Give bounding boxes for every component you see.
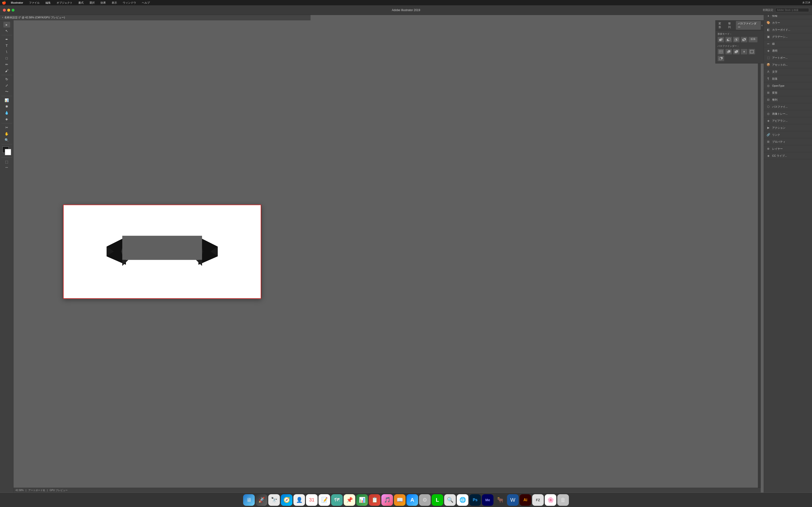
- graph-tool[interactable]: 📊: [3, 97, 10, 103]
- maximize-button[interactable]: [12, 9, 14, 12]
- rect-tool[interactable]: □: [3, 55, 10, 61]
- left-toolbar: ▸ ↖ ✒ T \ □ ✏ 🖌 ↻ ⤢ 〜 📊 ✱ 💧 ◈ ✂ ✋ 🔍 ⬚ ••…: [0, 20, 13, 253]
- ribbon-svg: [107, 232, 218, 254]
- ribbon-container: [107, 232, 218, 254]
- zoom-tool[interactable]: 🔍: [3, 137, 10, 143]
- tab-label: 名称未設定-1* @ 42.58% (CMYK/GPU プレビュー): [4, 16, 65, 19]
- menu-format[interactable]: 書式: [77, 1, 85, 5]
- apple-menu[interactable]: 🍎: [2, 1, 6, 5]
- artboard-container: [63, 205, 261, 254]
- tool-separator-2: [1, 75, 12, 75]
- hand-tool[interactable]: ✋: [3, 131, 10, 137]
- banner-rect: [122, 236, 202, 254]
- color-boxes[interactable]: [2, 147, 11, 155]
- tab-close-button[interactable]: ×: [2, 16, 3, 19]
- menu-effect[interactable]: 効果: [100, 1, 107, 5]
- brush-tool[interactable]: 🖌: [3, 68, 10, 74]
- tool-separator-4: [1, 123, 12, 123]
- menubar: 🍎 Illustrator ファイル 編集 オブジェクト 書式 選択 効果 表示…: [0, 0, 406, 5]
- artboard-tool[interactable]: ⬚: [3, 159, 10, 165]
- tool-separator-5: [1, 144, 12, 145]
- canvas-area[interactable]: [13, 20, 311, 253]
- scissors-tool[interactable]: ✂: [3, 125, 10, 130]
- menu-illustrator[interactable]: Illustrator: [10, 1, 24, 4]
- line-tool[interactable]: \: [3, 49, 10, 55]
- eyedropper-tool[interactable]: 💧: [3, 110, 10, 116]
- menu-edit[interactable]: 編集: [45, 1, 52, 5]
- menu-select[interactable]: 選択: [89, 1, 96, 5]
- select-tool[interactable]: ▸: [3, 22, 10, 27]
- traffic-lights: [3, 9, 14, 12]
- tab-bar: × 名称未設定-1* @ 42.58% (CMYK/GPU プレビュー): [0, 15, 311, 20]
- symbol-tool[interactable]: ✱: [3, 104, 10, 109]
- type-tool[interactable]: T: [3, 43, 10, 49]
- background-color[interactable]: [5, 149, 11, 155]
- pencil-tool[interactable]: ✏: [3, 62, 10, 67]
- more-tools[interactable]: •••: [3, 165, 10, 170]
- artboard[interactable]: [63, 205, 261, 254]
- app-title: Adobe Illustrator 2019: [392, 8, 406, 12]
- blend-tool[interactable]: ◈: [3, 116, 10, 122]
- minimize-button[interactable]: [7, 9, 10, 12]
- tool-separator-1: [1, 35, 12, 35]
- pen-tool[interactable]: ✒: [3, 37, 10, 42]
- close-button[interactable]: [3, 9, 6, 12]
- menu-window[interactable]: ウィンドウ: [122, 1, 137, 5]
- warp-tool[interactable]: 〜: [3, 89, 10, 95]
- direct-select-tool[interactable]: ↖: [3, 28, 10, 34]
- menu-object[interactable]: オブジェクト: [56, 1, 73, 5]
- tool-separator-6: [1, 157, 12, 158]
- menu-help[interactable]: ヘルプ: [141, 1, 151, 5]
- rotate-tool[interactable]: ↻: [3, 76, 10, 82]
- menu-file[interactable]: ファイル: [28, 1, 41, 5]
- titlebar: Adobe Illustrator 2019 初期設定: [0, 5, 406, 15]
- menu-view[interactable]: 表示: [111, 1, 118, 5]
- scale-tool[interactable]: ⤢: [3, 82, 10, 89]
- tool-separator-3: [1, 96, 12, 96]
